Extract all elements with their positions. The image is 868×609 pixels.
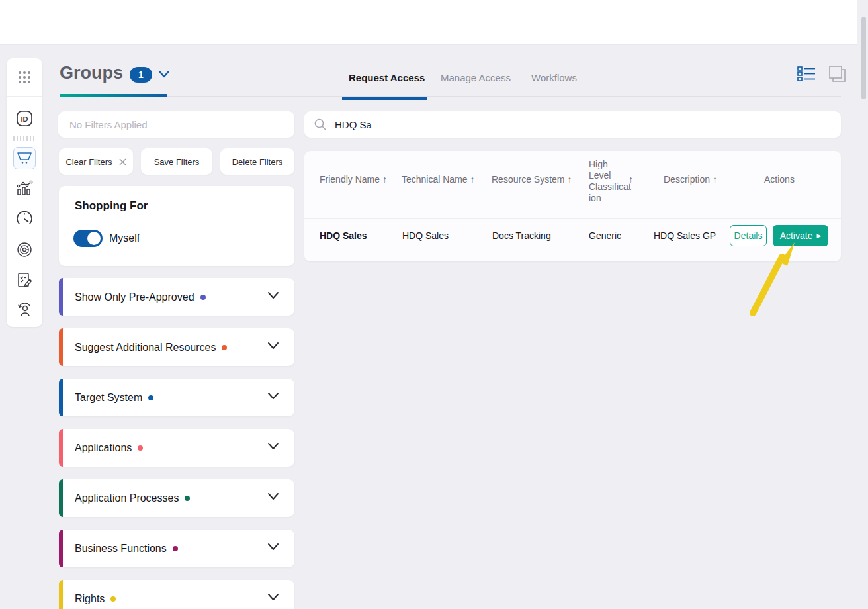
accent-bar bbox=[59, 379, 63, 416]
sidebar-item-shop[interactable] bbox=[13, 147, 36, 169]
accordion-label: Business Functions bbox=[75, 543, 167, 555]
rail-divider bbox=[7, 96, 42, 97]
gauge-icon bbox=[16, 211, 33, 228]
cell-technical-name: HDQ Sales bbox=[402, 230, 449, 241]
cell-classification: Generic bbox=[589, 230, 621, 241]
chevron-down-icon bbox=[267, 442, 280, 450]
column-header-friendly-name[interactable]: Friendly Name↑ bbox=[320, 174, 387, 185]
cell-friendly-name: HDQ Sales bbox=[320, 230, 367, 241]
title-underline-gradient bbox=[60, 94, 167, 97]
sidebar-item-tasks[interactable] bbox=[13, 269, 36, 291]
analytics-icon bbox=[16, 180, 33, 197]
tab-request-access[interactable]: Request Access bbox=[349, 72, 425, 83]
search-input[interactable] bbox=[335, 119, 732, 130]
filter-accordion-suggest-resources[interactable]: Suggest Additional Resources bbox=[59, 328, 294, 366]
count-badge: 1 bbox=[130, 67, 152, 83]
chevron-down-icon bbox=[267, 492, 280, 500]
sort-asc-icon: ↑ bbox=[470, 174, 475, 185]
accent-bar bbox=[59, 429, 63, 467]
table-header-divider bbox=[304, 218, 841, 219]
active-tab-indicator bbox=[342, 97, 427, 100]
accordion-label: Suggest Additional Resources bbox=[75, 342, 216, 353]
delete-filters-button[interactable]: Delete Filters bbox=[220, 148, 294, 175]
chevron-down-icon bbox=[267, 291, 280, 299]
filter-accordion-business-functions[interactable]: Business Functions bbox=[59, 530, 294, 567]
accent-bar bbox=[59, 580, 63, 609]
sort-asc-icon: ↑ bbox=[713, 174, 717, 185]
save-filters-button[interactable]: Save Filters bbox=[141, 148, 212, 175]
clear-filters-label: Clear Filters bbox=[65, 157, 112, 167]
clear-filters-button[interactable]: Clear Filters bbox=[59, 148, 133, 175]
tab-workflows[interactable]: Workflows bbox=[531, 72, 577, 83]
save-filters-label: Save Filters bbox=[154, 157, 200, 167]
page-title: Groups bbox=[60, 63, 123, 83]
toggle-knob bbox=[87, 232, 101, 245]
accordion-label: Rights bbox=[75, 593, 105, 605]
accordion-label: Applications bbox=[75, 442, 132, 454]
chevron-down-icon bbox=[267, 342, 280, 350]
status-dot bbox=[110, 596, 116, 602]
accordion-label: Show Only Pre-Approved bbox=[75, 291, 195, 303]
activate-label: Activate bbox=[780, 230, 813, 241]
shopping-for-title: Shopping For bbox=[75, 199, 148, 212]
myself-toggle[interactable] bbox=[73, 230, 103, 247]
section-divider-line bbox=[167, 96, 841, 97]
status-dot bbox=[138, 445, 143, 451]
delete-filters-label: Delete Filters bbox=[232, 157, 283, 167]
card-view-icon[interactable] bbox=[827, 64, 847, 83]
accent-bar bbox=[59, 278, 63, 316]
accent-bar bbox=[59, 479, 63, 517]
status-dot bbox=[200, 295, 206, 300]
tab-manage-access[interactable]: Manage Access bbox=[441, 72, 511, 83]
filter-accordion-target-system[interactable]: Target System bbox=[59, 379, 294, 416]
accent-bar bbox=[59, 328, 63, 366]
sidebar-item-delegation[interactable] bbox=[13, 299, 36, 322]
accordion-label: Application Processes bbox=[75, 492, 179, 504]
column-header-resource-system[interactable]: Resource System↑ bbox=[492, 174, 572, 185]
status-dot bbox=[148, 395, 153, 400]
accent-bar bbox=[59, 530, 63, 567]
sidebar-item-identity[interactable] bbox=[13, 238, 36, 261]
filter-accordion-application-processes[interactable]: Application Processes bbox=[59, 479, 294, 517]
list-view-icon[interactable] bbox=[797, 65, 816, 82]
cell-description: HDQ Sales GP bbox=[654, 230, 716, 241]
filter-accordion-pre-approved[interactable]: Show Only Pre-Approved bbox=[59, 278, 294, 316]
title-chevron-down-icon[interactable] bbox=[157, 70, 171, 79]
column-header-actions: Actions bbox=[764, 174, 795, 185]
close-icon bbox=[119, 158, 126, 165]
filter-accordion-applications[interactable]: Applications bbox=[59, 429, 294, 467]
svg-text:ID: ID bbox=[21, 115, 28, 123]
filter-summary-box[interactable]: No Filters Applied bbox=[58, 111, 294, 138]
accordion-label: Target System bbox=[75, 392, 142, 404]
column-header-classification[interactable]: High Level Classification bbox=[589, 159, 631, 204]
id-badge-icon[interactable]: ID bbox=[13, 107, 36, 130]
shopping-for-panel: Shopping For Myself bbox=[59, 186, 294, 266]
search-bar[interactable] bbox=[304, 111, 841, 138]
apps-grid-icon[interactable] bbox=[13, 66, 36, 89]
icon-rail: ID bbox=[7, 58, 42, 327]
tasks-icon bbox=[16, 271, 33, 289]
delegation-icon bbox=[16, 302, 33, 319]
cell-resource-system: Docs Tracking bbox=[492, 230, 551, 241]
filter-accordion-rights[interactable]: Rights bbox=[59, 580, 294, 609]
activate-button[interactable]: Activate ▶ bbox=[773, 225, 828, 246]
sort-asc-icon[interactable]: ↑ bbox=[629, 174, 633, 185]
status-dot bbox=[173, 546, 178, 551]
status-dot bbox=[185, 496, 190, 501]
filter-summary-text: No Filters Applied bbox=[69, 119, 148, 130]
app-header bbox=[0, 0, 857, 45]
sort-asc-icon: ↑ bbox=[567, 174, 572, 185]
shopping-cart-icon bbox=[17, 151, 32, 165]
status-dot bbox=[222, 345, 227, 350]
sort-asc-icon: ↑ bbox=[382, 174, 387, 185]
chevron-down-icon bbox=[267, 543, 280, 551]
myself-toggle-label: Myself bbox=[109, 232, 140, 244]
page-scrollbar[interactable] bbox=[861, 17, 866, 99]
sidebar-item-dashboard[interactable] bbox=[13, 208, 36, 230]
details-button[interactable]: Details bbox=[730, 225, 767, 246]
arrow-right-icon: ▶ bbox=[816, 232, 821, 239]
column-header-technical-name[interactable]: Technical Name↑ bbox=[402, 174, 475, 185]
chevron-down-icon bbox=[267, 392, 280, 400]
column-header-description[interactable]: Description↑ bbox=[664, 174, 717, 185]
sidebar-item-analytics[interactable] bbox=[13, 177, 36, 200]
